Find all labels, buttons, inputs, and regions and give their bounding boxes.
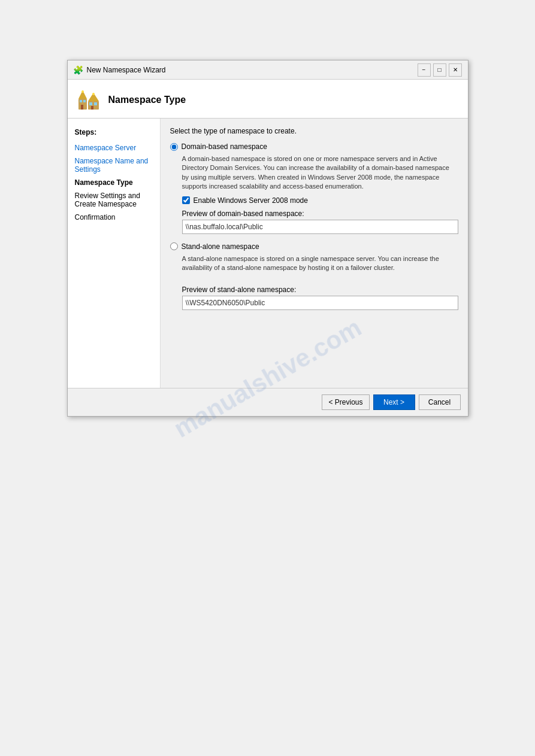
standalone-label[interactable]: Stand-alone namespace: [170, 242, 458, 251]
steps-label: Steps:: [68, 126, 160, 141]
minimize-button[interactable]: −: [418, 63, 431, 77]
standalone-preview-input: [182, 296, 458, 310]
title-bar-title: New Namespace Wizard: [87, 66, 166, 74]
title-bar-controls: − □ ✕: [418, 63, 462, 77]
steps-panel: Steps: Namespace Server Namespace Name a…: [68, 119, 161, 388]
step-review-settings: Review Settings and Create Namespace: [68, 189, 160, 211]
step-namespace-name[interactable]: Namespace Name and Settings: [68, 154, 160, 176]
title-bar-left: 🧩 New Namespace Wizard: [74, 65, 166, 75]
maximize-button[interactable]: □: [433, 63, 446, 77]
step-namespace-server[interactable]: Namespace Server: [68, 141, 160, 154]
header-wizard-icon: [77, 88, 101, 112]
previous-button[interactable]: < Previous: [322, 394, 369, 410]
enable-server-2008-row: Enable Windows Server 2008 mode: [182, 196, 458, 205]
step-confirmation: Confirmation: [68, 211, 160, 224]
content-description: Select the type of namespace to create.: [170, 127, 458, 135]
svg-rect-8: [94, 102, 97, 105]
domain-based-radio-label: Domain-based namespace: [182, 142, 267, 151]
domain-based-description: A domain-based namespace is stored on on…: [182, 154, 458, 192]
standalone-radio-label: Stand-alone namespace: [182, 242, 259, 251]
title-bar: 🧩 New Namespace Wizard − □ ✕: [68, 60, 468, 80]
standalone-description: A stand-alone namespace is stored on a s…: [182, 254, 458, 273]
svg-rect-2: [83, 100, 86, 102]
domain-based-label[interactable]: Domain-based namespace: [170, 142, 458, 151]
standalone-radio[interactable]: [170, 242, 178, 250]
standalone-option: Stand-alone namespace: [170, 242, 458, 251]
content-panel: Select the type of namespace to create. …: [161, 119, 468, 388]
enable-server-2008-checkbox[interactable]: [182, 196, 190, 204]
dialog-body: Steps: Namespace Server Namespace Name a…: [68, 119, 468, 388]
standalone-preview-label: Preview of stand-alone namespace:: [182, 286, 458, 294]
svg-point-11: [92, 93, 95, 95]
domain-based-radio[interactable]: [170, 143, 178, 151]
close-button[interactable]: ✕: [449, 63, 462, 77]
svg-rect-3: [81, 105, 83, 110]
domain-preview-label: Preview of domain-based namespace:: [182, 210, 458, 218]
svg-point-5: [81, 90, 84, 93]
step-namespace-type: Namespace Type: [68, 176, 160, 189]
dialog-footer: < Previous Next > Cancel: [68, 388, 468, 416]
wizard-icon: 🧩: [74, 65, 83, 75]
page-title: Namespace Type: [108, 95, 186, 105]
svg-rect-1: [80, 100, 82, 102]
domain-based-option: Domain-based namespace: [170, 142, 458, 151]
dialog-header: Namespace Type: [68, 80, 468, 119]
dialog-window: 🧩 New Namespace Wizard − □ ✕: [67, 60, 468, 417]
svg-rect-7: [89, 102, 92, 105]
domain-preview-input: [182, 220, 458, 234]
next-button[interactable]: Next >: [373, 394, 415, 410]
enable-server-2008-label[interactable]: Enable Windows Server 2008 mode: [194, 196, 308, 205]
svg-rect-9: [91, 106, 93, 110]
cancel-button[interactable]: Cancel: [419, 394, 461, 410]
